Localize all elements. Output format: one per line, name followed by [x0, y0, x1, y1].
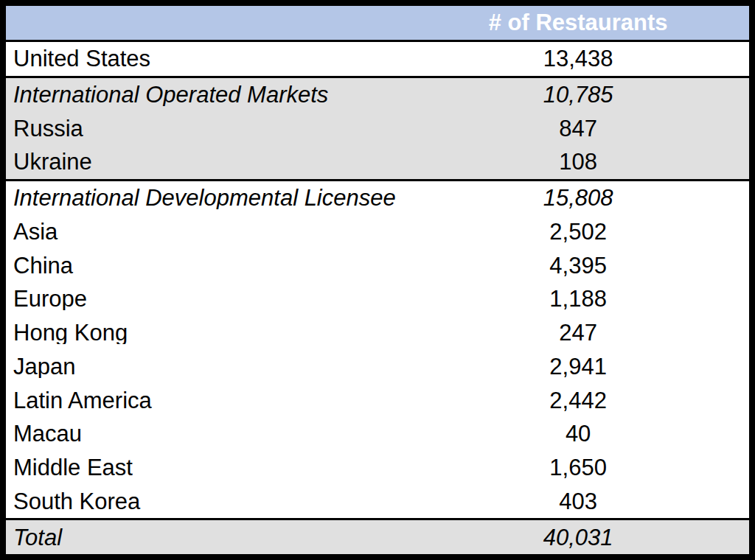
table-row: International Developmental Licensee 15,…	[6, 179, 749, 215]
row-value: 15,808	[407, 186, 749, 209]
table-row: Ukraine 108	[6, 145, 749, 179]
row-value: 247	[407, 321, 749, 344]
table-row: Japan 2,941	[6, 350, 749, 384]
row-label: Hong Kong	[6, 321, 407, 344]
row-value: 1,188	[407, 287, 749, 310]
row-label: Ukraine	[6, 150, 407, 173]
row-value: 403	[407, 490, 749, 513]
row-label: Total	[6, 526, 407, 549]
row-label: Macau	[6, 422, 407, 445]
table-row: Macau 40	[6, 417, 749, 451]
table-row: Hong Kong 247	[6, 316, 749, 350]
row-value: 847	[407, 117, 749, 140]
row-label: United States	[6, 47, 407, 70]
row-value: 40,031	[407, 526, 749, 549]
row-value: 4,395	[407, 254, 749, 277]
table-row: Middle East 1,650	[6, 451, 749, 485]
row-label: Europe	[6, 287, 407, 310]
restaurant-count-table: # of Restaurants United States 13,438 In…	[0, 0, 755, 560]
row-label: Japan	[6, 355, 407, 378]
row-value: 108	[407, 150, 749, 173]
row-label: China	[6, 254, 407, 277]
row-label: Asia	[6, 220, 407, 243]
row-value: 2,941	[407, 355, 749, 378]
row-value: 1,650	[407, 456, 749, 479]
table-row: Russia 847	[6, 111, 749, 145]
row-value: 10,785	[407, 83, 749, 106]
row-label: Russia	[6, 117, 407, 140]
table-row: Asia 2,502	[6, 215, 749, 249]
row-value: 2,502	[407, 220, 749, 243]
row-value: 13,438	[407, 47, 749, 70]
table-row: Total 40,031	[6, 518, 749, 554]
table-row: China 4,395	[6, 248, 749, 282]
header-restaurants-column: # of Restaurants	[407, 11, 749, 34]
row-label: Latin America	[6, 389, 407, 412]
table-row: International Operated Markets 10,785	[6, 76, 749, 112]
table-row: South Korea 403	[6, 485, 749, 519]
row-label: South Korea	[6, 490, 407, 513]
table-row: Latin America 2,442	[6, 383, 749, 417]
row-value: 2,442	[407, 389, 749, 412]
table-row: United States 13,438	[6, 40, 749, 76]
table-row: Europe 1,188	[6, 282, 749, 316]
table-header-row: # of Restaurants	[6, 6, 749, 40]
row-label: International Developmental Licensee	[6, 186, 407, 209]
row-label: International Operated Markets	[6, 83, 407, 106]
row-label: Middle East	[6, 456, 407, 479]
row-value: 40	[407, 422, 749, 445]
